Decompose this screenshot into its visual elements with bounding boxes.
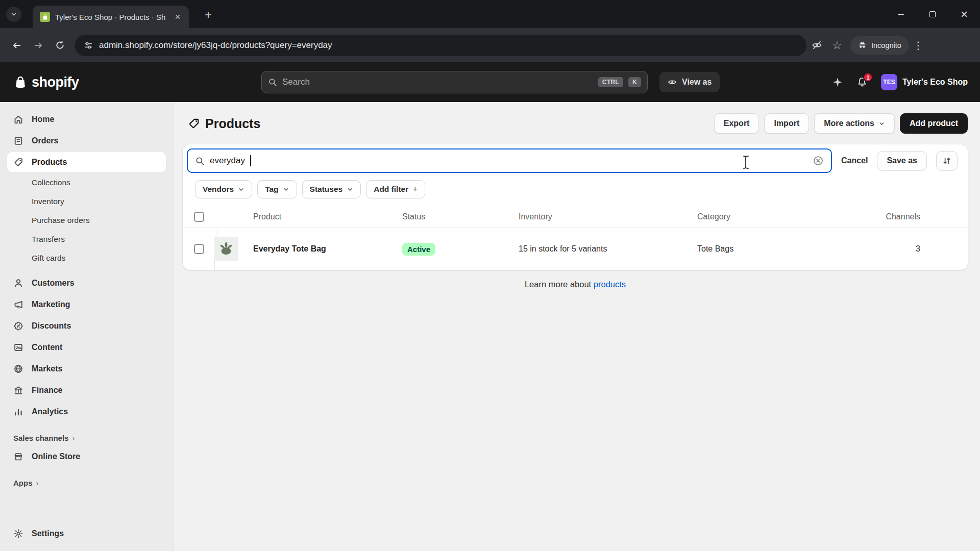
home-icon bbox=[13, 114, 23, 124]
more-actions-button[interactable]: More actions bbox=[814, 113, 895, 134]
reload-button[interactable] bbox=[49, 35, 70, 56]
incognito-badge: Incognito bbox=[850, 36, 909, 55]
preview-eye-off-icon[interactable] bbox=[806, 35, 827, 56]
bank-icon bbox=[13, 385, 23, 395]
sidebar-item-settings[interactable]: Settings bbox=[7, 523, 166, 544]
app-header: shopify Search CTRL K View as 1 TES Tyle… bbox=[0, 62, 980, 102]
chevron-right-icon: › bbox=[36, 479, 39, 487]
window-close-button[interactable]: × bbox=[948, 0, 980, 28]
sidebar-item-gift-cards[interactable]: Gift cards bbox=[7, 249, 166, 267]
sidebar-item-label: Marketing bbox=[32, 300, 70, 309]
save-as-button[interactable]: Save as bbox=[877, 151, 927, 170]
avatar: TES bbox=[881, 74, 897, 90]
sidebar-item-label: Finance bbox=[32, 386, 62, 395]
sales-channels-header[interactable]: Sales channels › bbox=[7, 429, 166, 446]
tab-close-icon[interactable]: × bbox=[172, 11, 184, 23]
chevron-down-icon bbox=[878, 120, 885, 127]
shortcut-ctrl-key: CTRL bbox=[598, 77, 623, 87]
content-icon bbox=[13, 342, 23, 353]
products-search-input[interactable]: everyday bbox=[187, 148, 832, 173]
sidebar-item-markets[interactable]: Markets bbox=[7, 359, 166, 379]
shopify-logo: shopify bbox=[13, 62, 79, 102]
sidekick-icon[interactable] bbox=[832, 77, 843, 88]
shopify-favicon-icon bbox=[40, 12, 50, 22]
row-checkbox[interactable] bbox=[194, 244, 204, 254]
sidebar-item-finance[interactable]: Finance bbox=[7, 380, 166, 400]
sort-button[interactable] bbox=[936, 151, 958, 170]
browser-tab[interactable]: Tyler's Eco Shop · Products · Sh × bbox=[33, 6, 189, 28]
eye-icon bbox=[668, 78, 677, 87]
sidebar-item-collections[interactable]: Collections bbox=[7, 173, 166, 192]
sidebar-item-content[interactable]: Content bbox=[7, 337, 166, 358]
bookmark-star-icon[interactable]: ☆ bbox=[827, 35, 847, 56]
sidebar-item-home[interactable]: Home bbox=[7, 109, 166, 130]
view-as-button[interactable]: View as bbox=[659, 72, 720, 92]
product-name[interactable]: Everyday Tote Bag bbox=[253, 244, 402, 254]
apps-header[interactable]: Apps › bbox=[7, 474, 166, 491]
sidebar-item-discounts[interactable]: Discounts bbox=[7, 316, 166, 336]
sidebar-item-orders[interactable]: Orders bbox=[7, 131, 166, 151]
column-category[interactable]: Category bbox=[697, 212, 884, 221]
global-search-input[interactable]: Search CTRL K bbox=[261, 71, 648, 93]
page-title: Products bbox=[205, 116, 260, 131]
tab-title: Tyler's Eco Shop · Products · Sh bbox=[55, 13, 166, 21]
window-maximize-button[interactable] bbox=[917, 0, 948, 28]
incognito-icon bbox=[858, 41, 867, 49]
export-button[interactable]: Export bbox=[714, 113, 760, 134]
products-help-link[interactable]: products bbox=[594, 280, 626, 289]
search-query-value: everyday bbox=[210, 156, 245, 166]
forward-button[interactable] bbox=[28, 35, 49, 56]
notifications-bell-icon[interactable]: 1 bbox=[856, 77, 868, 88]
back-button[interactable] bbox=[6, 35, 28, 56]
sidebar-item-label: Analytics bbox=[32, 407, 68, 416]
table-header: Product Status Inventory Category Channe… bbox=[183, 206, 968, 228]
url-text[interactable]: admin.shopify.com/store/jy63jq-dc/produc… bbox=[99, 40, 797, 51]
sidebar-item-online-store[interactable]: Online Store bbox=[7, 446, 166, 467]
shopify-bag-icon bbox=[13, 75, 28, 89]
filter-statuses[interactable]: Statuses bbox=[302, 180, 361, 198]
sidebar-item-products[interactable]: Products bbox=[7, 152, 166, 172]
sidebar-item-customers[interactable]: Customers bbox=[7, 273, 166, 293]
sidebar-item-transfers[interactable]: Transfers bbox=[7, 230, 166, 248]
column-product[interactable]: Product bbox=[253, 212, 402, 221]
view-as-label: View as bbox=[682, 78, 712, 87]
site-info-icon[interactable] bbox=[84, 41, 93, 50]
filter-vendors[interactable]: Vendors bbox=[195, 180, 252, 198]
sidebar-item-purchase-orders[interactable]: Purchase orders bbox=[7, 211, 166, 230]
customers-icon bbox=[13, 278, 23, 288]
table-row[interactable]: Everyday Tote Bag Active 15 in stock for… bbox=[183, 228, 968, 270]
add-product-button[interactable]: Add product bbox=[900, 113, 968, 134]
search-icon bbox=[195, 156, 205, 166]
window-minimize-button[interactable]: – bbox=[885, 0, 917, 28]
sidebar-item-marketing[interactable]: Marketing bbox=[7, 294, 166, 315]
clear-search-icon[interactable] bbox=[813, 155, 824, 166]
add-filter-label: Add filter bbox=[374, 185, 408, 194]
account-menu[interactable]: TES Tyler's Eco Shop bbox=[881, 74, 968, 90]
add-filter-button[interactable]: Add filter + bbox=[366, 180, 425, 198]
discount-icon bbox=[13, 321, 23, 331]
filter-label: Tag bbox=[265, 185, 278, 194]
learn-more-footer: Learn more about products bbox=[183, 280, 968, 289]
tab-search-chevron-icon[interactable] bbox=[6, 7, 21, 22]
select-all-checkbox[interactable] bbox=[194, 212, 204, 222]
chevron-right-icon: › bbox=[72, 434, 75, 442]
column-status[interactable]: Status bbox=[402, 212, 519, 221]
gear-icon bbox=[13, 529, 23, 539]
sidebar-item-analytics[interactable]: Analytics bbox=[7, 402, 166, 422]
new-tab-button[interactable]: + bbox=[200, 7, 216, 23]
sidebar-item-label: Discounts bbox=[32, 321, 71, 331]
sidebar-item-inventory[interactable]: Inventory bbox=[7, 192, 166, 211]
import-button[interactable]: Import bbox=[764, 113, 809, 134]
plus-icon: + bbox=[412, 184, 418, 194]
orders-icon bbox=[13, 136, 23, 146]
bar-chart-icon bbox=[13, 407, 23, 417]
cancel-button[interactable]: Cancel bbox=[841, 156, 868, 165]
tag-icon bbox=[13, 157, 23, 167]
column-inventory[interactable]: Inventory bbox=[519, 212, 697, 221]
browser-tab-bar: Tyler's Eco Shop · Products · Sh × + – × bbox=[0, 0, 980, 28]
browser-menu-icon[interactable]: ⋮ bbox=[909, 39, 927, 52]
status-badge: Active bbox=[402, 243, 435, 256]
column-channels[interactable]: Channels bbox=[884, 212, 968, 221]
url-bar[interactable]: admin.shopify.com/store/jy63jq-dc/produc… bbox=[75, 35, 806, 56]
filter-tag[interactable]: Tag bbox=[257, 180, 297, 198]
